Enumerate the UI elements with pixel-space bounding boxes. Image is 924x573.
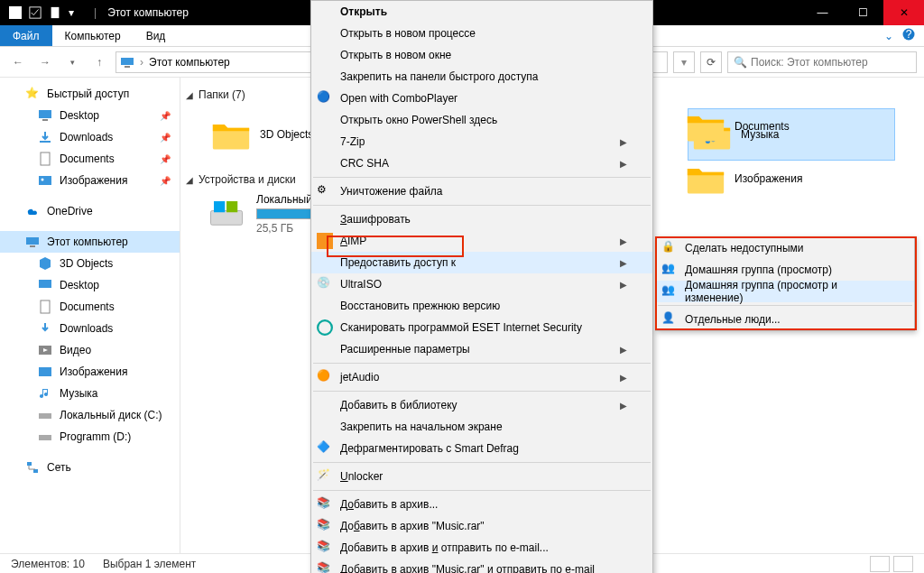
shred-icon: ⚙ [317, 183, 333, 199]
folder-documents[interactable]: Documents [686, 108, 790, 144]
unlocker-icon: 🪄 [317, 468, 333, 485]
nav-forward-button[interactable]: → [34, 51, 56, 73]
svg-text:?: ? [906, 28, 912, 41]
close-button[interactable]: ✕ [883, 0, 924, 25]
ctx-share[interactable]: Предоставить доступ к▶ [311, 252, 652, 273]
pin-icon: 📌 [160, 111, 171, 121]
overflow-icon[interactable]: ▾ [69, 6, 81, 19]
ctx-addarchive-music[interactable]: 📚Добавить в архив "Music.rar" [311, 515, 652, 537]
explorer-window: ▾ | Этот компьютер — ☐ ✕ Файл Компьютер … [0, 0, 924, 573]
sub-unavailable[interactable]: 🔒Сделать недоступными [656, 237, 914, 259]
sidebar-item-documents2[interactable]: Documents [0, 296, 180, 318]
ctx-crcsha[interactable]: CRC SHA▶ [311, 152, 652, 174]
sidebar-item-pictures[interactable]: Изображения📌 [0, 170, 180, 191]
pin-icon: 📌 [160, 176, 171, 186]
chevron-right-icon: ▶ [620, 280, 627, 290]
sidebar-thispc[interactable]: Этот компьютер [0, 231, 180, 253]
sidebar-network[interactable]: Сеть [0, 457, 180, 478]
status-elements: Элементов: 10 [11, 558, 85, 570]
sidebar-item-downloads2[interactable]: Downloads [0, 318, 180, 339]
ctx-powershell[interactable]: Открыть окно PowerShell здесь [311, 109, 652, 131]
search-input[interactable] [751, 56, 910, 69]
sidebar-item-video[interactable]: Видео [0, 339, 180, 361]
ribbon-expand-icon[interactable]: ⌄ [884, 30, 893, 42]
sidebar-item-desktop[interactable]: Desktop📌 [0, 105, 180, 126]
ctx-addarchive-email[interactable]: 📚Добавить в архив и отправить по e-mail.… [311, 537, 652, 559]
eset-icon [317, 319, 333, 336]
sidebar-onedrive[interactable]: OneDrive [0, 200, 180, 222]
sidebar-item-documents[interactable]: Documents📌 [0, 148, 180, 170]
sidebar-item-downloads[interactable]: Downloads📌 [0, 126, 180, 148]
ctx-addlib[interactable]: Добавить в библиотеку▶ [311, 394, 652, 416]
winrar-icon: 📚 [317, 540, 333, 556]
drive-icon [208, 195, 245, 233]
ctx-addarchive-music-email[interactable]: 📚Добавить в архив "Music.rar" и отправит… [311, 559, 652, 573]
ctx-open[interactable]: Открыть [311, 1, 652, 23]
ctx-aimp[interactable]: AIMP▶ [311, 230, 652, 252]
ctx-shred[interactable]: ⚙Уничтожение файла [311, 180, 652, 202]
onedrive-icon [25, 204, 40, 218]
chevron-right-icon: ▶ [620, 159, 627, 169]
documents-icon [38, 152, 52, 166]
folder-pictures[interactable]: Изображения [686, 161, 802, 197]
ctx-restore[interactable]: Восстановить прежнюю версию [311, 295, 652, 317]
ctx-pinstart[interactable]: Закрепить на начальном экране [311, 416, 652, 438]
share-submenu: 🔒Сделать недоступными 👥Домашняя группа (… [655, 236, 915, 331]
sub-people[interactable]: 👤Отдельные люди... [656, 309, 914, 330]
ctx-eset[interactable]: Сканировать программой ESET Internet Sec… [311, 317, 652, 338]
sidebar-item-music[interactable]: Музыка [0, 383, 180, 404]
chevron-right-icon: ▶ [620, 258, 627, 268]
svg-rect-24 [214, 201, 225, 212]
caret-icon: ◢ [186, 175, 193, 185]
help-icon[interactable]: ? [902, 28, 915, 43]
sub-homegroup-edit[interactable]: 👥Домашняя группа (просмотр и изменение) [656, 281, 914, 302]
folder-icon [686, 161, 725, 197]
ctx-addarchive[interactable]: 📚Добавить в архив... [311, 494, 652, 515]
ctx-7zip[interactable]: 7-Zip▶ [311, 131, 652, 152]
ctx-open-new-process[interactable]: Открыть в новом процессе [311, 23, 652, 44]
app-icon [9, 6, 22, 19]
sidebar-item-pictures2[interactable]: Изображения [0, 361, 180, 383]
pin-icon: 📌 [160, 133, 171, 143]
nav-back-button[interactable]: ← [7, 51, 29, 73]
svg-point-27 [318, 320, 332, 335]
ctx-encrypt[interactable]: Зашифровать [311, 208, 652, 230]
maximize-button[interactable]: ☐ [843, 0, 883, 25]
ctx-defrag[interactable]: 🔷Дефрагментировать с Smart Defrag [311, 438, 652, 459]
ctx-unlocker[interactable]: 🪄Unlocker [311, 466, 652, 487]
view-icons-button[interactable] [893, 556, 913, 572]
tab-file[interactable]: Файл [0, 25, 52, 46]
ctx-ultraiso[interactable]: 💿UltraISO▶ [311, 273, 652, 295]
ctx-jetaudio[interactable]: 🟠jetAudio▶ [311, 366, 652, 388]
address-dropdown-button[interactable]: ▾ [673, 51, 695, 73]
minimize-button[interactable]: — [802, 0, 843, 25]
view-details-button[interactable] [870, 556, 890, 572]
people-icon: 👤 [661, 311, 678, 328]
search-icon: 🔍 [734, 56, 747, 69]
ctx-eset-adv[interactable]: Расширенные параметры▶ [311, 338, 652, 360]
ctx-comboplayer[interactable]: 🔵Open with ComboPlayer [311, 88, 652, 109]
search-box[interactable]: 🔍 [727, 51, 917, 73]
sidebar-item-desktop2[interactable]: Desktop [0, 274, 180, 296]
sidebar-item-diskc[interactable]: Локальный диск (C:) [0, 404, 180, 426]
svg-rect-7 [39, 110, 51, 118]
svg-rect-6 [125, 66, 130, 68]
ctx-open-new-window[interactable]: Открыть в новом окне [311, 44, 652, 66]
desktop-icon [38, 108, 52, 123]
sidebar-quick-access[interactable]: ⭐Быстрый доступ [0, 83, 180, 105]
ctx-pin-quick[interactable]: Закрепить на панели быстрого доступа [311, 66, 652, 88]
svg-rect-2 [51, 7, 60, 18]
tab-view[interactable]: Вид [134, 25, 179, 46]
nav-history-button[interactable]: ▾ [61, 51, 83, 73]
sub-homegroup-view[interactable]: 👥Домашняя группа (просмотр) [656, 259, 914, 281]
pictures-icon [38, 365, 52, 379]
refresh-button[interactable]: ⟳ [700, 51, 722, 73]
pin-icon: 📌 [160, 154, 171, 164]
chevron-right-icon: ▶ [620, 401, 627, 411]
chevron-right-icon: ▶ [620, 236, 627, 246]
window-title: Этот компьютер [100, 6, 189, 19]
sidebar-item-diskd[interactable]: Programm (D:) [0, 426, 180, 448]
sidebar-item-3d[interactable]: 3D Objects [0, 253, 180, 274]
tab-computer[interactable]: Компьютер [52, 25, 134, 46]
nav-up-button[interactable]: ↑ [88, 51, 110, 73]
